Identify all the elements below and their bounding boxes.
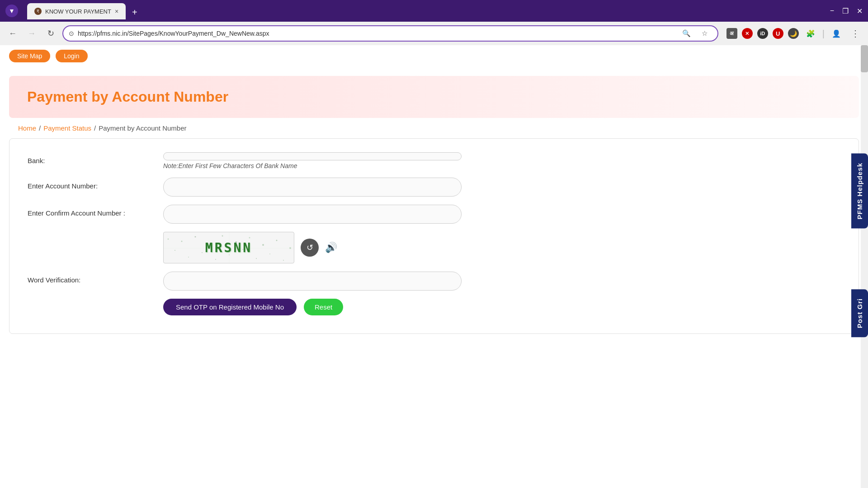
account-number-row: Enter Account Number: <box>28 178 840 197</box>
id-icon[interactable]: iD <box>757 28 768 39</box>
ublock-icon[interactable]: U <box>773 28 783 39</box>
window-close-button[interactable]: ✕ <box>857 7 863 15</box>
page-title: Payment by Account Number <box>27 89 841 105</box>
svg-point-4 <box>195 236 196 238</box>
bookmark-icon[interactable]: ☆ <box>698 26 712 41</box>
svg-point-13 <box>256 258 257 259</box>
forward-button[interactable]: → <box>24 26 39 41</box>
adblock-icon[interactable]: ✕ <box>742 28 753 39</box>
word-verification-input[interactable] <box>163 272 462 291</box>
breadcrumb-sep-1: / <box>39 124 41 132</box>
breadcrumb: Home / Payment Status / Payment by Accou… <box>0 118 868 138</box>
svg-point-5 <box>202 252 203 253</box>
address-bar: ⊙ 🔍 ☆ <box>62 25 718 42</box>
audio-icon: 🔊 <box>325 242 337 253</box>
svg-point-17 <box>283 260 284 261</box>
word-verification-row: Word Verification: <box>28 272 840 291</box>
search-icon[interactable]: 🔍 <box>679 26 694 41</box>
refresh-button[interactable]: ↻ <box>43 26 58 41</box>
captcha-refresh-button[interactable]: ↺ <box>301 239 319 257</box>
page-heading-banner: Payment by Account Number <box>9 76 859 118</box>
site-info-icon[interactable]: ⊙ <box>69 30 74 37</box>
breadcrumb-sep-2: / <box>94 124 96 132</box>
bank-row: Bank: Note:Enter First Few Characters Of… <box>28 152 840 169</box>
profile-icon[interactable]: 👤 <box>829 26 844 41</box>
confirm-account-input[interactable] <box>163 205 462 224</box>
svg-point-2 <box>181 241 183 242</box>
window-minimize-button[interactable]: − <box>830 7 834 15</box>
bank-note: Note:Enter First Few Characters Of Bank … <box>163 162 462 169</box>
site-nav: Site Map Login <box>0 45 868 67</box>
account-number-input[interactable] <box>163 178 462 197</box>
svg-point-16 <box>276 240 278 241</box>
svg-point-7 <box>215 259 216 260</box>
new-tab-button[interactable]: + <box>128 5 141 19</box>
bank-input[interactable] <box>163 152 462 160</box>
svg-point-15 <box>269 253 270 254</box>
night-mode-icon[interactable]: 🌙 <box>788 28 799 39</box>
browser-extensions: अ ✕ iD U 🌙 🧩 | 👤 ⋮ <box>726 26 863 41</box>
extensions-icon[interactable]: 🧩 <box>803 26 818 41</box>
word-verification-label: Word Verification: <box>28 272 154 284</box>
reset-button[interactable]: Reset <box>304 299 343 315</box>
site-map-button[interactable]: Site Map <box>9 50 50 62</box>
captcha-text: MRSNN <box>205 240 252 255</box>
post-gri-tab[interactable]: Post Gri <box>851 289 868 337</box>
window-maximize-button[interactable]: ❐ <box>842 7 849 15</box>
tab-title-label: KNOW YOUR PAYMENT <box>45 8 111 15</box>
translate-icon[interactable]: अ <box>726 28 737 39</box>
payment-form-card: Bank: Note:Enter First Few Characters Of… <box>9 138 859 334</box>
breadcrumb-current: Payment by Account Number <box>99 124 186 132</box>
login-button[interactable]: Login <box>56 50 87 62</box>
svg-point-0 <box>168 239 169 240</box>
form-actions: Send OTP on Registered Mobile No Reset <box>163 299 840 315</box>
bank-label: Bank: <box>28 152 154 164</box>
svg-point-14 <box>262 244 264 246</box>
profile-dropdown-button[interactable]: ▼ <box>5 5 18 17</box>
tab-favicon: ₹ <box>34 8 42 15</box>
captcha-audio-button[interactable]: 🔊 <box>325 242 337 253</box>
captcha-image: MRSNN <box>163 232 294 263</box>
svg-point-12 <box>249 237 250 239</box>
breadcrumb-payment-status-link[interactable]: Payment Status <box>43 124 91 132</box>
url-input[interactable] <box>78 30 676 37</box>
scrollbar-thumb[interactable] <box>861 45 868 72</box>
menu-icon[interactable]: ⋮ <box>848 26 863 41</box>
captcha-row: MRSNN ↺ 🔊 <box>163 232 840 263</box>
page-content: Site Map Login Payment by Account Number… <box>0 45 868 488</box>
confirm-account-label: Enter Confirm Account Number : <box>28 205 154 217</box>
pfms-helpdesk-tab[interactable]: PFMS Helpdesk <box>851 154 868 229</box>
tab-close-button[interactable]: × <box>115 8 118 15</box>
svg-point-8 <box>222 235 223 237</box>
svg-point-3 <box>188 257 189 258</box>
breadcrumb-home-link[interactable]: Home <box>18 124 36 132</box>
send-otp-button[interactable]: Send OTP on Registered Mobile No <box>163 299 297 315</box>
scrollbar[interactable] <box>861 45 868 488</box>
account-number-label: Enter Account Number: <box>28 178 154 190</box>
confirm-account-row: Enter Confirm Account Number : <box>28 205 840 224</box>
svg-point-1 <box>175 250 175 251</box>
back-button[interactable]: ← <box>5 26 20 41</box>
active-tab[interactable]: ₹ KNOW YOUR PAYMENT × <box>27 3 126 19</box>
refresh-captcha-icon: ↺ <box>307 243 313 253</box>
